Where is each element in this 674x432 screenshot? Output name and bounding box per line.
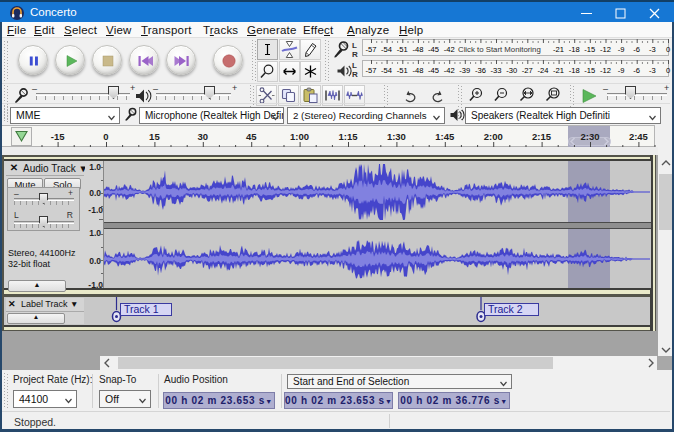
svg-text:-48: -48 [412, 66, 423, 75]
svg-text:-9: -9 [618, 45, 625, 54]
svg-text:-12: -12 [600, 66, 611, 75]
svg-text:-18: -18 [569, 66, 580, 75]
svg-text:-57: -57 [366, 45, 377, 54]
svg-text:-3: -3 [649, 45, 656, 54]
svg-text:-15: -15 [584, 66, 595, 75]
svg-text:-18: -18 [569, 45, 580, 54]
svg-text:-3: -3 [649, 66, 656, 75]
svg-text:-57: -57 [366, 66, 377, 75]
svg-text:-54: -54 [381, 45, 392, 54]
svg-text:-15: -15 [51, 131, 65, 142]
svg-text:2:00: 2:00 [484, 131, 503, 142]
svg-text:-9: -9 [618, 66, 625, 75]
svg-text:-21: -21 [553, 66, 564, 75]
svg-text:1:30: 1:30 [387, 131, 406, 142]
svg-text:-24: -24 [537, 66, 548, 75]
svg-text:-51: -51 [397, 66, 408, 75]
svg-text:-45: -45 [428, 45, 439, 54]
svg-text:30: 30 [198, 131, 209, 142]
svg-text:-45: -45 [428, 66, 439, 75]
svg-text:-30: -30 [506, 66, 517, 75]
svg-text:1:45: 1:45 [435, 131, 455, 142]
svg-text:1:15: 1:15 [338, 131, 358, 142]
svg-text:-6: -6 [633, 66, 640, 75]
svg-text:-48: -48 [412, 45, 423, 54]
svg-text:15: 15 [149, 131, 160, 142]
svg-text:1:00: 1:00 [290, 131, 309, 142]
svg-text:0: 0 [103, 131, 108, 142]
svg-text:-54: -54 [381, 66, 392, 75]
svg-text:2:45: 2:45 [629, 131, 649, 142]
svg-text:Click to Start Monitoring: Click to Start Monitoring [458, 45, 541, 54]
svg-text:-21: -21 [553, 45, 564, 54]
svg-text:-12: -12 [600, 45, 611, 54]
svg-text:45: 45 [246, 131, 257, 142]
svg-text:2:15: 2:15 [532, 131, 552, 142]
svg-text:-51: -51 [397, 45, 408, 54]
svg-text:-6: -6 [633, 45, 640, 54]
svg-text:-42: -42 [444, 45, 455, 54]
svg-text:0: 0 [666, 45, 670, 54]
svg-text:2:30: 2:30 [580, 131, 599, 142]
svg-text:-39: -39 [459, 66, 470, 75]
svg-text:-15: -15 [584, 45, 595, 54]
svg-text:-42: -42 [444, 66, 455, 75]
svg-text:-33: -33 [491, 66, 502, 75]
svg-text:0: 0 [666, 66, 670, 75]
svg-text:-27: -27 [522, 66, 533, 75]
svg-text:-36: -36 [475, 66, 486, 75]
